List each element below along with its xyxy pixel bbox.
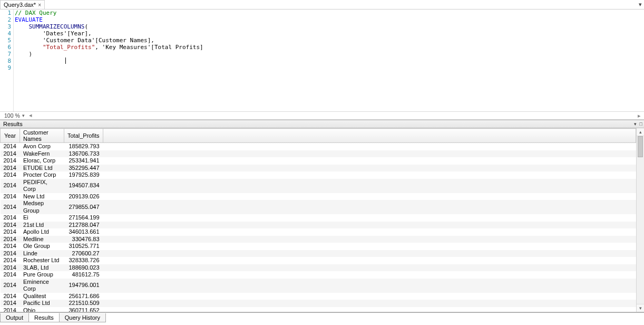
zoom-dropdown-icon[interactable]: ▾ (22, 113, 28, 118)
cell-total-profits: 197925.839 (64, 171, 103, 179)
text-caret (65, 58, 66, 64)
code-keyword-evaluate: EVALUATE (15, 16, 43, 23)
results-grid[interactable]: Year Customer Names Total_Profits 2014Av… (0, 128, 636, 312)
table-row[interactable]: 2014Procter Corp197925.839 (1, 171, 636, 179)
table-row[interactable]: 2014Rochester Ltd328338.726 (1, 257, 636, 264)
results-panel-header: Results ▾ □ (0, 120, 644, 128)
cell-customer-name: 21st Ltd (19, 222, 64, 229)
close-tab-icon[interactable]: × (38, 2, 41, 8)
table-row[interactable]: 2014Avon Corp185829.793 (1, 143, 636, 150)
cell-year: 2014 (1, 179, 20, 193)
column-header-customer-names[interactable]: Customer Names (19, 129, 64, 143)
tabstrip-spacer (45, 0, 637, 9)
results-panel-pin-icon[interactable]: □ (638, 121, 644, 127)
cell-year: 2014 (1, 200, 20, 214)
table-row[interactable]: 2014Ei271564.199 (1, 214, 636, 222)
cell-total-profits: 346013.661 (64, 228, 103, 236)
table-row[interactable]: 2014New Ltd209139.026 (1, 193, 636, 200)
cell-year: 2014 (1, 257, 20, 264)
table-row[interactable]: 2014Elorac, Corp253341.941 (1, 157, 636, 165)
cell-customer-name: Medline (19, 236, 64, 243)
cell-customer-name: Apollo Ltd (19, 228, 64, 236)
table-row[interactable]: 201421st Ltd212788.047 (1, 222, 636, 229)
cell-customer-name: Ole Group (19, 243, 64, 250)
table-row[interactable]: 2014WakeFern136706.733 (1, 150, 636, 158)
cell-total-profits: 188690.023 (64, 264, 103, 272)
cell-total-profits: 270600.27 (64, 250, 103, 257)
cell-total-profits: 253341.941 (64, 157, 103, 165)
results-panel-title: Results (3, 121, 23, 127)
code-comment: // DAX Query (15, 9, 56, 16)
bottom-toolwindow-tabs: Output Results Query History (0, 312, 644, 324)
column-header-total-profits[interactable]: Total_Profits (64, 129, 103, 143)
scrollbar-thumb[interactable] (638, 136, 643, 157)
cell-total-profits: 352295.447 (64, 165, 103, 172)
code-fn-summarizecolumns: SUMMARIZECOLUMNS (29, 23, 85, 30)
hscroll-left-icon[interactable]: ◂ (28, 112, 33, 119)
document-tab[interactable]: Query3.dax* × (0, 0, 45, 9)
table-row[interactable]: 2014Ole Group310525.771 (1, 243, 636, 250)
table-row[interactable]: 2014Linde270600.27 (1, 250, 636, 257)
table-row[interactable]: 2014Pacific Ltd221510.509 (1, 300, 636, 307)
cell-year: 2014 (1, 228, 20, 236)
table-row[interactable]: 2014Eminence Corp194796.001 (1, 279, 636, 293)
cell-customer-name: Linde (19, 250, 64, 257)
code-lines[interactable]: // DAX Query EVALUATE SUMMARIZECOLUMNS( … (14, 9, 203, 111)
cell-total-profits: 209139.026 (64, 193, 103, 200)
cell-total-profits: 360711.652 (64, 307, 103, 312)
cell-customer-name: PEDIFIX, Corp (19, 179, 64, 193)
table-row[interactable]: 2014PEDIFIX, Corp194507.834 (1, 179, 636, 193)
cell-total-profits: 185829.793 (64, 143, 103, 150)
tab-results[interactable]: Results (28, 313, 60, 322)
cell-total-profits: 256171.686 (64, 293, 103, 300)
tab-query-history[interactable]: Query History (59, 313, 106, 322)
cell-year: 2014 (1, 165, 20, 172)
vertical-scrollbar[interactable]: ▴ ▾ (636, 128, 644, 312)
cell-year: 2014 (1, 300, 20, 307)
table-row[interactable]: 2014Medline330476.83 (1, 236, 636, 243)
cell-total-profits: 330476.83 (64, 236, 103, 243)
cell-total-profits: 481612.75 (64, 271, 103, 279)
code-editor[interactable]: 1 2 3 4 5 6 7 8 9 // DAX Query EVALUATE … (0, 9, 644, 120)
table-row[interactable]: 2014Medsep Group279855.047 (1, 200, 636, 214)
table-row[interactable]: 20143LAB, Ltd188690.023 (1, 264, 636, 272)
table-row[interactable]: 2014Apollo Ltd346013.661 (1, 228, 636, 236)
column-header-year[interactable]: Year (1, 129, 20, 143)
cell-customer-name: Qualitest (19, 293, 64, 300)
cell-customer-name: WakeFern (19, 150, 64, 158)
hscroll-right-icon[interactable]: ▸ (638, 112, 644, 119)
cell-year: 2014 (1, 264, 20, 272)
cell-total-profits: 194796.001 (64, 279, 103, 293)
results-panel-dropdown-icon[interactable]: ▾ (632, 121, 638, 127)
cell-total-profits: 136706.733 (64, 150, 103, 158)
scrollbar-track[interactable] (637, 136, 644, 304)
cell-customer-name: Ei (19, 214, 64, 222)
scroll-up-arrow-icon[interactable]: ▴ (637, 128, 644, 136)
cell-customer-name: Eminence Corp (19, 279, 64, 293)
cell-total-profits: 279855.047 (64, 200, 103, 214)
table-row[interactable]: 2014Pure Group481612.75 (1, 271, 636, 279)
cell-year: 2014 (1, 157, 20, 165)
cell-customer-name: Medsep Group (19, 200, 64, 214)
cell-customer-name: 3LAB, Ltd (19, 264, 64, 272)
cell-year: 2014 (1, 243, 20, 250)
cell-year: 2014 (1, 150, 20, 158)
tab-output[interactable]: Output (0, 313, 29, 322)
code-area[interactable]: 1 2 3 4 5 6 7 8 9 // DAX Query EVALUATE … (0, 9, 644, 111)
cell-year: 2014 (1, 236, 20, 243)
tab-menu-chevron-icon[interactable]: ▾ (637, 0, 644, 9)
document-tab-title: Query3.dax* (4, 2, 36, 8)
scroll-down-arrow-icon[interactable]: ▾ (637, 304, 644, 312)
cell-year: 2014 (1, 193, 20, 200)
table-row[interactable]: 2014ETUDE Ltd352295.447 (1, 165, 636, 172)
cell-year: 2014 (1, 143, 20, 150)
cell-year: 2014 (1, 293, 20, 300)
code-close-paren: ) (29, 51, 33, 58)
cell-total-profits: 212788.047 (64, 222, 103, 229)
results-grid-wrap: Year Customer Names Total_Profits 2014Av… (0, 128, 644, 312)
code-arg-dates-year: 'Dates'[Year], (43, 30, 92, 37)
cell-customer-name: ETUDE Ltd (19, 165, 64, 172)
zoom-level[interactable]: 100 % (0, 112, 22, 119)
table-row[interactable]: 2014Ohio360711.652 (1, 307, 636, 312)
table-row[interactable]: 2014Qualitest256171.686 (1, 293, 636, 300)
